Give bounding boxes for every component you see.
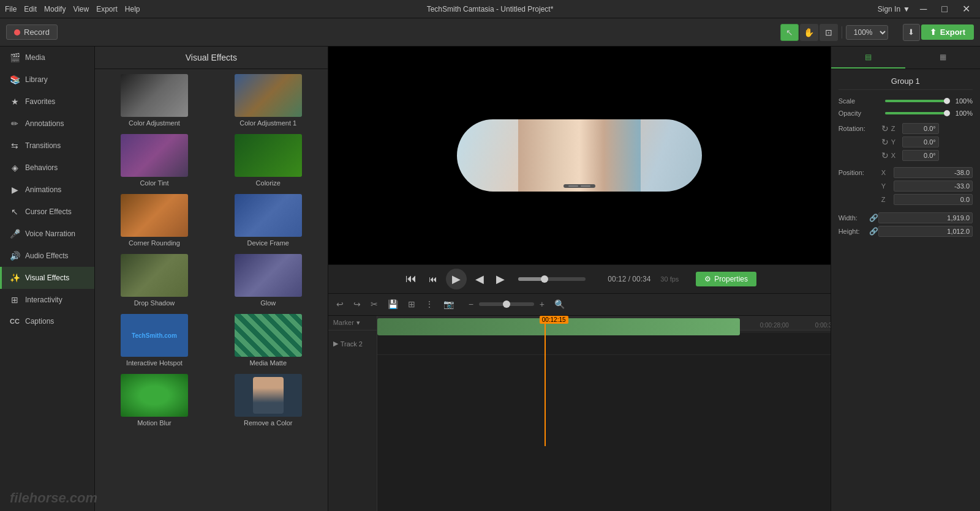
sidebar-label-audio-effects: Audio Effects — [25, 252, 69, 260]
menu-modify[interactable]: Modify — [44, 5, 66, 13]
export-button[interactable]: ⬆ Export — [921, 24, 974, 40]
next-frame-button[interactable]: ▶ — [492, 270, 508, 288]
opacity-thumb[interactable] — [944, 110, 950, 116]
sidebar-item-favorites[interactable]: ★ Favorites — [0, 91, 94, 113]
captions-icon: CC — [9, 318, 20, 325]
effect-glow[interactable]: Glow — [214, 254, 323, 309]
sidebar-item-library[interactable]: 📚 Library — [0, 69, 94, 91]
height-link-icon[interactable]: 🔗 — [869, 227, 878, 236]
split-button[interactable]: ⋮ — [422, 298, 437, 310]
person-image — [518, 119, 641, 192]
playback-progress-bar[interactable] — [518, 277, 586, 281]
play-button[interactable]: ▶ — [446, 269, 467, 289]
behaviors-icon: ◈ — [9, 163, 20, 173]
visual-tab[interactable]: ▦ — [905, 47, 980, 69]
position-z-input[interactable] — [894, 194, 973, 205]
properties-button[interactable]: ⚙ Properties — [696, 272, 756, 286]
step-back-button[interactable]: ⏮ — [425, 272, 441, 286]
marker-dropdown[interactable]: ▾ — [356, 319, 360, 327]
sidebar-item-captions[interactable]: CC Captions — [0, 311, 94, 332]
download-button[interactable]: ⬇ — [903, 24, 920, 41]
width-label: Width: — [839, 214, 869, 222]
rotation-section: Rotation: ↻ Z ↻ Y ↻ X — [839, 123, 973, 161]
close-button[interactable]: ✕ — [957, 2, 975, 16]
progress-thumb[interactable] — [541, 275, 548, 283]
sidebar-item-visual-effects[interactable]: ✨ Visual Effects — [0, 267, 94, 289]
track-2-expand[interactable]: ▶ — [333, 340, 338, 348]
position-y-input[interactable] — [894, 181, 973, 192]
effect-motion-blur[interactable]: Motion Blur — [100, 374, 209, 429]
height-input[interactable] — [878, 226, 973, 237]
effect-color-tint[interactable]: Color Tint — [100, 134, 209, 189]
handle-line-2 — [581, 185, 590, 187]
width-link-icon[interactable]: 🔗 — [869, 214, 878, 222]
select-tool[interactable]: ↖ — [780, 24, 799, 41]
position-x-input[interactable] — [894, 167, 973, 178]
resize-handle[interactable] — [564, 184, 595, 188]
properties-tab[interactable]: ▤ — [831, 47, 906, 69]
cursor-effects-icon: ↖ — [9, 207, 20, 217]
menu-export[interactable]: Export — [96, 5, 118, 13]
save-button[interactable]: 💾 — [385, 298, 401, 310]
width-input[interactable] — [878, 212, 973, 223]
add-track-button[interactable]: ⊞ — [405, 298, 418, 310]
effects-grid: Color Adjustment Color Adjustment 1 Colo… — [95, 69, 328, 434]
zoom-thumb[interactable] — [503, 300, 510, 308]
menu-view[interactable]: View — [73, 5, 89, 13]
pos-y-label: Y — [881, 182, 894, 190]
effect-color-adjustment-1[interactable]: Color Adjustment 1 — [214, 74, 323, 129]
pan-tool[interactable]: ✋ — [800, 24, 818, 41]
effect-interactive-hotspot[interactable]: TechSmith.com Interactive Hotspot — [100, 314, 209, 369]
sidebar-item-annotations[interactable]: ✏ Annotations — [0, 113, 94, 135]
sidebar-item-animations[interactable]: ▶ Animations — [0, 179, 94, 201]
scale-slider[interactable] — [885, 100, 947, 102]
effect-thumb-color-adjustment — [121, 74, 188, 117]
effect-drop-shadow[interactable]: Drop Shadow — [100, 254, 209, 309]
sidebar-item-transitions[interactable]: ⇆ Transitions — [0, 135, 94, 157]
rotation-z-icon: ↻ — [881, 124, 889, 133]
screenshot-button[interactable]: 📷 — [440, 298, 457, 310]
menu-help[interactable]: Help — [125, 5, 140, 13]
video-clip-pill — [457, 119, 702, 192]
zoom-in-button[interactable]: + — [537, 298, 548, 310]
rotation-x-input[interactable] — [902, 150, 939, 161]
effect-remove-a-color[interactable]: Remove a Color — [214, 374, 323, 429]
scale-thumb[interactable] — [944, 98, 950, 104]
sidebar-item-audio-effects[interactable]: 🔊 Audio Effects — [0, 245, 94, 267]
sign-in-button[interactable]: Sign In ▼ — [878, 5, 910, 13]
menu-file[interactable]: File — [5, 5, 17, 13]
effect-color-adjustment[interactable]: Color Adjustment — [100, 74, 209, 129]
redo-button[interactable]: ↪ — [350, 298, 364, 310]
cut-button[interactable]: ✂ — [368, 298, 381, 310]
toolbar-separator — [842, 26, 842, 39]
zoom-select[interactable]: 100% — [846, 25, 888, 40]
effect-colorize[interactable]: Colorize — [214, 134, 323, 189]
effect-device-frame[interactable]: Device Frame — [214, 194, 323, 249]
voice-narration-icon: 🎤 — [9, 229, 20, 239]
zoom-out-button[interactable]: − — [466, 298, 477, 310]
search-button[interactable]: 🔍 — [551, 298, 568, 310]
sidebar-item-cursor-effects[interactable]: ↖ Cursor Effects — [0, 201, 94, 223]
rewind-button[interactable]: ⏮ — [402, 270, 420, 288]
undo-button[interactable]: ↩ — [333, 298, 347, 310]
prev-frame-button[interactable]: ◀ — [472, 270, 488, 288]
sidebar-item-media[interactable]: 🎬 Media — [0, 47, 94, 69]
playhead-time-label: 00:12:15 — [540, 316, 568, 324]
effect-media-matte[interactable]: Media Matte — [214, 314, 323, 369]
sidebar-item-interactivity[interactable]: ⊞ Interactivity — [0, 289, 94, 311]
opacity-slider[interactable] — [885, 112, 947, 114]
rotation-y-input[interactable] — [902, 136, 939, 147]
crop-tool[interactable]: ⊡ — [820, 24, 838, 41]
sidebar-item-behaviors[interactable]: ◈ Behaviors — [0, 157, 94, 179]
zoom-slider[interactable] — [479, 302, 534, 306]
effect-corner-rounding[interactable]: Corner Rounding — [100, 194, 209, 249]
maximize-button[interactable]: □ — [937, 2, 952, 16]
sidebar-item-voice-narration[interactable]: 🎤 Voice Narration — [0, 223, 94, 245]
timeline-track-labels: Marker ▾ ▶ Track 2 — [328, 316, 377, 512]
right-panel-content: Group 1 Scale 100% Opacity 100% — [831, 69, 980, 511]
rotation-z-input[interactable] — [902, 123, 939, 134]
menu-edit[interactable]: Edit — [24, 5, 37, 13]
track-2-label: ▶ Track 2 — [328, 333, 377, 355]
minimize-button[interactable]: ─ — [915, 2, 932, 16]
record-button[interactable]: Record — [6, 24, 58, 40]
